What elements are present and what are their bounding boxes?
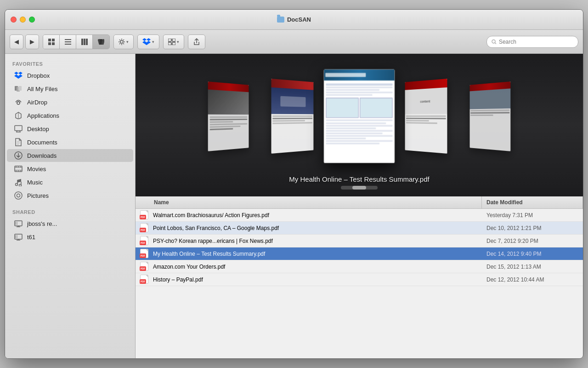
file-date: Dec 7, 2012 9:20 PM	[482, 238, 583, 244]
dropbox-button[interactable]: ▾	[137, 34, 159, 49]
gear-icon	[119, 39, 125, 45]
applications-icon	[14, 111, 23, 120]
file-date: Dec 15, 2012 1:13 AM	[482, 264, 583, 270]
close-button[interactable]	[11, 17, 17, 23]
arrange-button[interactable]: ▾	[163, 34, 184, 49]
action-button[interactable]: ▾	[113, 34, 134, 49]
share-button[interactable]	[188, 34, 205, 49]
sidebar-item-label: Downloads	[27, 152, 57, 159]
svg-line-19	[123, 43, 124, 44]
svg-rect-28	[172, 39, 175, 41]
svg-marker-34	[18, 72, 23, 75]
sidebar-item-dropbox[interactable]: Dropbox	[7, 69, 133, 82]
file-row-selected[interactable]: PDF My Health Online – Test Results Summ…	[136, 247, 583, 260]
file-row[interactable]: PDF Amazon.com Your Orders.pdf Dec 15, 2…	[136, 260, 583, 273]
svg-point-65	[15, 192, 22, 199]
file-row[interactable]: PDF Point Lobos, San Francisco, CA – Goo…	[136, 222, 583, 235]
sidebar-item-all-files[interactable]: All My Files	[7, 82, 133, 95]
view-icon-list[interactable]	[60, 35, 76, 49]
search-box[interactable]	[486, 36, 578, 48]
columns-icon	[81, 39, 88, 45]
coverflow-title: My Health Online – Test Results Summary.…	[289, 175, 429, 183]
cover-item-left-near[interactable]	[271, 79, 314, 154]
shared-label: SHARED	[5, 206, 135, 217]
cover-item-right-far[interactable]	[470, 81, 511, 151]
svg-rect-72	[15, 234, 22, 239]
sidebar-item-airdrop[interactable]: AirDrop	[7, 96, 133, 109]
sidebar-item-music[interactable]: Music	[7, 176, 133, 189]
window-controls	[11, 17, 35, 23]
file-date: Yesterday 7:31 PM	[482, 212, 583, 218]
view-icon-columns[interactable]	[76, 35, 93, 49]
dropbox-toolbar-icon	[142, 38, 151, 46]
coverflow-scrollbar[interactable]	[341, 186, 378, 190]
svg-rect-3	[52, 42, 55, 45]
file-name: PDF My Health Online – Test Results Summ…	[136, 249, 482, 259]
cover-item-center[interactable]	[324, 69, 395, 163]
sidebar-item-label: Pictures	[27, 192, 49, 199]
forward-icon: ▶	[30, 38, 34, 45]
back-button[interactable]: ◀	[10, 34, 23, 49]
sidebar-item-documents[interactable]: Documents	[7, 136, 133, 149]
sidebar-item-t61[interactable]: t61	[7, 230, 133, 243]
sidebar-item-downloads[interactable]: Downloads	[7, 149, 133, 162]
pdf-file-icon: PDF	[140, 249, 149, 259]
grid-icon	[48, 39, 55, 45]
titlebar-title: DocSAN	[277, 16, 311, 23]
column-header-date: Date Modified	[482, 196, 583, 208]
network-icon-2	[14, 233, 23, 241]
svg-rect-9	[86, 39, 88, 45]
documents-icon	[14, 138, 23, 146]
file-row[interactable]: PDF History – PayPal.pdf Dec 12, 2012 10…	[136, 273, 583, 286]
svg-rect-29	[168, 42, 171, 45]
file-date: Dec 14, 2012 9:40 PM	[482, 251, 583, 257]
svg-rect-27	[168, 39, 171, 41]
cover-item-right-near[interactable]: content	[405, 79, 447, 154]
view-icon-grid[interactable]	[43, 35, 60, 49]
main-content: FAVORITES Dropbox	[5, 54, 583, 358]
sidebar-item-label: Movies	[27, 166, 46, 172]
sidebar-item-desktop[interactable]: Desktop	[7, 122, 133, 135]
file-name: PDF History – PayPal.pdf	[136, 275, 482, 285]
coverflow-icon	[98, 39, 104, 45]
file-row[interactable]: PDF Walmart.com Brachiosaurus/ Action Fi…	[136, 209, 583, 222]
sidebar-item-applications[interactable]: Applications	[7, 109, 133, 122]
svg-rect-2	[48, 42, 51, 45]
maximize-button[interactable]	[29, 17, 35, 23]
sidebar-item-pictures[interactable]: Pictures	[7, 189, 133, 202]
svg-point-13	[120, 40, 123, 43]
forward-button[interactable]: ▶	[25, 34, 39, 49]
network-icon	[14, 219, 23, 228]
file-row[interactable]: PDF PSY-cho? Korean rappe...ericans | Fo…	[136, 235, 583, 247]
svg-marker-33	[14, 72, 18, 75]
search-icon	[492, 39, 497, 45]
svg-point-63	[16, 184, 18, 186]
svg-rect-67	[15, 221, 22, 226]
sidebar-item-movies[interactable]: Movies	[7, 162, 133, 175]
view-icon-coverflow[interactable]	[93, 35, 109, 49]
file-name: PDF Amazon.com Your Orders.pdf	[136, 262, 482, 272]
folder-icon	[277, 17, 284, 23]
svg-line-21	[119, 43, 120, 44]
pictures-icon	[14, 191, 23, 200]
downloads-icon	[14, 151, 23, 160]
desktop-icon	[14, 125, 23, 133]
sidebar-item-jboss[interactable]: jboss's re...	[7, 217, 133, 230]
content-area: content	[136, 54, 583, 358]
arrange-icon	[168, 39, 175, 45]
search-input[interactable]	[499, 39, 573, 45]
svg-rect-8	[84, 39, 85, 45]
svg-rect-4	[65, 39, 71, 40]
svg-rect-0	[48, 39, 51, 41]
titlebar: DocSAN	[5, 10, 583, 30]
finder-window: DocSAN ◀ ▶	[5, 9, 583, 359]
svg-marker-23	[147, 38, 151, 41]
svg-line-32	[495, 42, 496, 44]
window-title: DocSAN	[287, 16, 311, 23]
favorites-label: FAVORITES	[5, 58, 135, 69]
svg-line-20	[123, 40, 124, 40]
sidebar-item-label: All My Files	[27, 86, 57, 92]
minimize-button[interactable]	[20, 17, 26, 23]
cover-item-left-far[interactable]	[208, 81, 249, 151]
sidebar-item-label: Music	[27, 179, 43, 186]
